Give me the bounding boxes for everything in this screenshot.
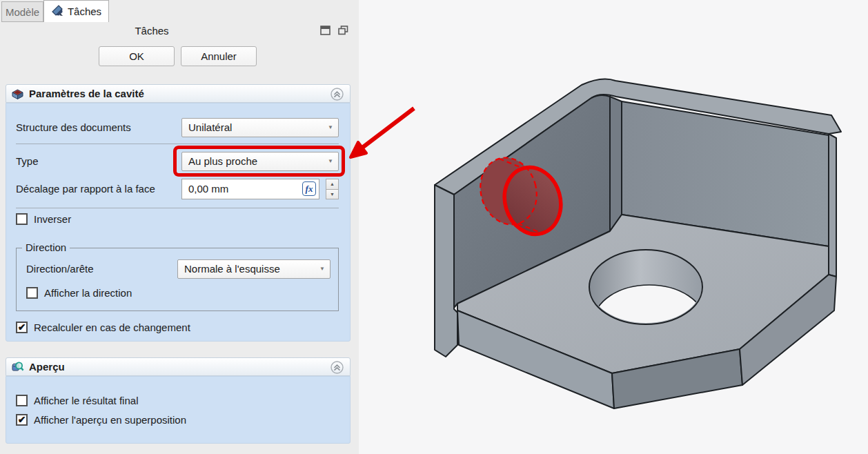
app-window: { "tabs": { "model_label": "Modèle", "ta…	[0, 0, 868, 454]
type-label: Type	[16, 152, 39, 171]
show-final-label: Afficher le résultat final	[34, 395, 138, 406]
direction-edge-label: Direction/arête	[26, 259, 94, 279]
bracket-corner-fillet	[610, 97, 622, 231]
spinner-up-button[interactable]: ▲	[326, 179, 339, 189]
show-overlay-row: ✔ Afficher l'aperçu en superposition	[16, 414, 186, 426]
show-direction-row: Afficher la direction	[26, 287, 132, 299]
structure-label: Structure des documents	[16, 118, 131, 137]
chevron-down-icon[interactable]: ▼	[319, 260, 325, 278]
tab-model[interactable]: Modèle	[1, 1, 43, 22]
offset-input[interactable]: 0,00 mm fx	[181, 179, 319, 199]
tab-tasks[interactable]: Tâches	[43, 0, 109, 22]
show-overlay-label: Afficher l'aperçu en superposition	[34, 414, 186, 426]
bracket-model-svg	[359, 0, 868, 454]
tab-tasks-label: Tâches	[68, 6, 101, 17]
show-final-row: Afficher le résultat final	[16, 395, 138, 406]
panel-title: Tâches	[0, 25, 304, 37]
recalc-label: Recalculer en cas de changement	[34, 322, 190, 333]
cavity-section-body: Structure des documents Unilatéral ▼ Typ…	[6, 103, 351, 342]
show-overlay-checkbox[interactable]: ✔	[16, 414, 28, 426]
separator	[16, 144, 339, 144]
recalc-checkbox[interactable]: ✔	[16, 322, 28, 333]
spinner-down-button[interactable]: ▼	[326, 189, 339, 199]
bracket-right-outer-strip	[829, 134, 836, 277]
inverser-row: Inverser	[16, 213, 71, 225]
direction-dropdown[interactable]: Normale à l'esquisse ▼	[177, 259, 331, 279]
red-highlight-box	[173, 146, 345, 177]
structure-dropdown-value: Unilatéral	[188, 121, 232, 133]
show-direction-checkbox[interactable]	[26, 287, 38, 299]
pencil-icon	[51, 4, 63, 19]
chevron-down-icon[interactable]: ▼	[328, 119, 333, 137]
cavity-section-title: Paramètres de la cavité	[29, 88, 144, 99]
dock-window-icon[interactable]	[320, 26, 331, 38]
3d-viewport[interactable]	[359, 0, 868, 454]
chevron-double-up-icon[interactable]	[331, 88, 344, 103]
cavity-section-header[interactable]: Paramètres de la cavité	[6, 84, 351, 103]
cavity-box-icon	[11, 88, 24, 100]
cancel-button[interactable]: Annuler	[181, 46, 257, 66]
offset-spinner: ▲ ▼	[326, 179, 339, 199]
preview-section-header[interactable]: Aperçu	[6, 357, 351, 376]
direction-group-legend: Direction	[22, 241, 70, 253]
ok-button[interactable]: OK	[99, 46, 175, 66]
offset-input-value: 0,00 mm	[188, 183, 228, 195]
show-direction-label: Afficher la direction	[44, 287, 132, 299]
offset-label: Décalage par rapport à la face	[16, 179, 155, 199]
bracket-part[interactable]	[435, 79, 841, 408]
tasks-panel: Modèle Tâches Tâches OK Annuler	[0, 0, 359, 454]
separator	[16, 208, 339, 208]
direction-group: Direction Direction/arête Normale à l'es…	[16, 248, 339, 311]
tab-model-label: Modèle	[6, 6, 39, 18]
inverser-label: Inverser	[34, 213, 71, 225]
float-window-icon[interactable]	[338, 26, 348, 38]
direction-dropdown-value: Normale à l'esquisse	[184, 263, 280, 275]
inverser-checkbox[interactable]	[16, 213, 28, 225]
show-final-checkbox[interactable]	[16, 395, 28, 406]
preview-section-body: Afficher le résultat final ✔ Afficher l'…	[6, 376, 351, 444]
recalc-row: ✔ Recalculer en cas de changement	[16, 322, 190, 333]
structure-dropdown[interactable]: Unilatéral ▼	[181, 118, 339, 137]
fx-formula-button[interactable]: fx	[302, 181, 316, 196]
preview-magnifier-icon	[11, 361, 24, 373]
preview-section-title: Aperçu	[29, 361, 65, 373]
chevron-double-up-icon[interactable]	[331, 361, 344, 377]
